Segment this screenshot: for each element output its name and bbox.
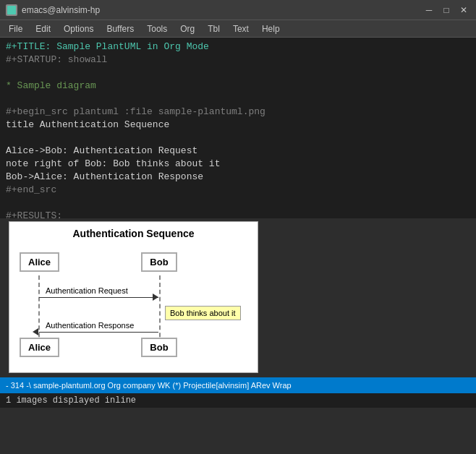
editor-line-9: Alice->Bob: Authentication Request [6,145,470,158]
diagram-title: Authentication Sequence [9,222,258,244]
editor-line-7: title Authentication Sequence [6,119,470,132]
auth-response-arrowhead [33,328,38,335]
window-controls[interactable]: ─ □ ✕ [422,4,470,17]
menu-bar: File Edit Options Buffers Tools Org Tbl … [0,20,476,38]
bob-top-box: Bob [141,252,177,272]
bob-bottom-box: Bob [141,338,177,357]
editor-line-14: #+RESULTS: [6,210,470,218]
app-icon [6,4,17,16]
editor-line-13 [6,197,470,210]
minimize-button[interactable]: ─ [422,4,435,17]
menu-edit[interactable]: Edit [30,22,56,35]
editor-line-5 [6,93,470,106]
bottom-bar: 1 images displayed inline [0,393,476,408]
close-button[interactable]: ✕ [457,4,470,17]
editor-line-2: #+STARTUP: showall [6,53,470,67]
title-bar-left: emacs@alvinsim-hp [6,4,100,16]
menu-org[interactable]: Org [174,22,200,35]
svg-rect-0 [7,6,16,14]
menu-tbl[interactable]: Tbl [202,22,226,35]
alice-top-box: Alice [20,252,59,272]
alice-bottom-box: Alice [20,338,59,357]
bottom-message: 1 images displayed inline [6,395,136,406]
editor-line-6: #+begin_src plantuml :file sample-plantu… [6,106,470,119]
auth-request-label: Authentication Request [46,286,128,295]
auth-request-arrowhead [153,294,158,301]
editor-line-12: #+end_src [6,184,470,197]
editor-line-10: note right of Bob: Bob thinks about it [6,158,470,171]
menu-file[interactable]: File [3,22,28,35]
menu-options[interactable]: Options [58,22,99,35]
editor-line-11: Bob->Alice: Authentication Response [6,171,470,184]
menu-help[interactable]: Help [256,22,286,35]
menu-tools[interactable]: Tools [141,22,173,35]
editor-area[interactable]: #+TITLE: Sample PlantUML in Org Mode #+S… [0,38,476,218]
editor-line-4: * Sample diagram [6,80,470,93]
editor-line-3 [6,67,470,80]
diagram-container: Authentication Sequence Alice Bob Authen… [0,218,476,377]
plantuml-diagram: Authentication Sequence Alice Bob Authen… [9,221,258,373]
editor-line-8 [6,132,470,145]
status-text: - 314 -\ sample-plantuml.org Org company… [6,381,292,390]
title-bar: emacs@alvinsim-hp ─ □ ✕ [0,0,476,20]
auth-response-label: Authentication Response [46,321,134,330]
maximize-button[interactable]: □ [440,4,453,17]
status-bar: - 314 -\ sample-plantuml.org Org company… [0,377,476,393]
window-title: emacs@alvinsim-hp [22,5,100,15]
note-box: Bob thinks about it [165,306,241,320]
auth-request-arrow [39,297,158,298]
menu-text[interactable]: Text [227,22,255,35]
menu-buffers[interactable]: Buffers [101,22,140,35]
auth-response-arrow [39,332,158,333]
editor-line-1: #+TITLE: Sample PlantUML in Org Mode [6,40,470,53]
